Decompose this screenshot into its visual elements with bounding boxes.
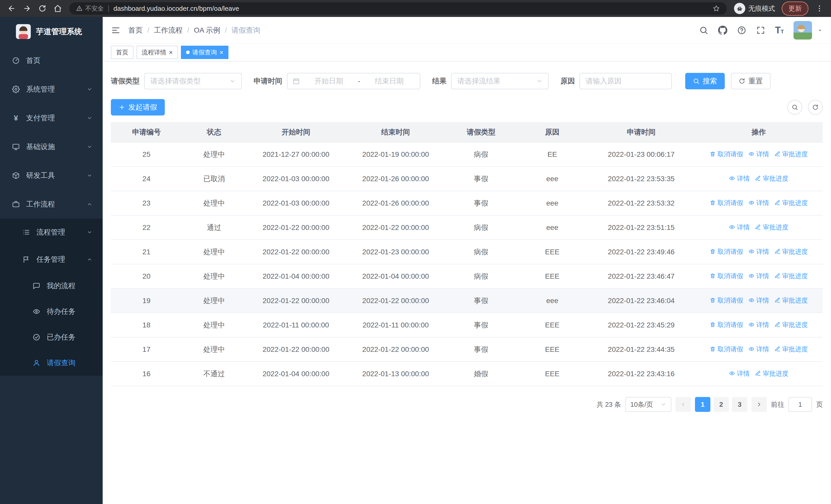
github-icon[interactable] <box>718 26 727 35</box>
cancel-leave-link[interactable]: 取消请假 <box>710 345 743 353</box>
search-button[interactable]: 搜索 <box>685 73 725 89</box>
tab-leave-query[interactable]: 请假查询× <box>181 46 228 59</box>
action-label: 审批进度 <box>782 296 808 305</box>
question-icon[interactable] <box>737 26 746 35</box>
search-icon[interactable] <box>699 26 708 35</box>
approval-progress-link[interactable]: 审批进度 <box>774 321 808 329</box>
fullscreen-icon[interactable] <box>756 26 765 35</box>
prev-page-button[interactable] <box>676 397 691 412</box>
cancel-leave-link[interactable]: 取消请假 <box>710 321 743 329</box>
sidebar-item-my-process[interactable]: 我的流程 <box>0 273 103 299</box>
close-icon[interactable]: × <box>220 49 223 56</box>
forward-icon[interactable] <box>20 2 34 16</box>
reset-button[interactable]: 重置 <box>731 73 770 89</box>
chevron-up-icon <box>87 202 92 207</box>
breadcrumb-item[interactable]: 首页 <box>128 25 143 35</box>
detail-link[interactable]: 详情 <box>748 247 769 256</box>
app-title: 芋道管理系统 <box>36 26 82 37</box>
cell-reason: EE <box>517 142 588 167</box>
approval-progress-link[interactable]: 审批进度 <box>774 150 808 158</box>
sidebar-toggle-icon[interactable] <box>111 25 121 35</box>
detail-link[interactable]: 详情 <box>748 296 769 305</box>
sidebar-item-devtools[interactable]: 研发工具 <box>0 161 103 190</box>
page-button-2[interactable]: 2 <box>713 397 729 412</box>
cancel-leave-link[interactable]: 取消请假 <box>710 296 743 305</box>
sidebar-item-payment[interactable]: ¥支付管理 <box>0 104 103 132</box>
goto-page-input[interactable] <box>789 397 812 412</box>
reload-icon[interactable] <box>35 2 49 16</box>
sidebar-item-workflow[interactable]: 工作流程 <box>0 190 103 219</box>
cancel-leave-link[interactable]: 取消请假 <box>710 247 743 256</box>
approval-progress-link[interactable]: 审批进度 <box>774 296 808 305</box>
browser-menu-icon[interactable] <box>812 2 826 16</box>
cell-start-time: 2022-01-22 00:00:00 <box>246 215 346 240</box>
home-icon[interactable] <box>51 2 65 16</box>
next-page-button[interactable] <box>751 397 767 412</box>
leave-type-select[interactable]: 请选择请假类型 <box>144 73 242 89</box>
avatar-caret-icon[interactable] <box>817 27 823 33</box>
action-label: 详情 <box>737 223 750 232</box>
page-button-3[interactable]: 3 <box>732 397 747 412</box>
table-row: 24已取消2022-01-03 00:00:002022-01-26 00:00… <box>111 167 823 191</box>
column-header: 请假类型 <box>446 122 517 142</box>
page-size-select[interactable]: 10条/页 <box>625 397 671 412</box>
approval-progress-link[interactable]: 审批进度 <box>774 247 808 256</box>
approval-progress-link[interactable]: 审批进度 <box>774 345 808 353</box>
approval-progress-link[interactable]: 审批进度 <box>774 272 808 280</box>
user-icon <box>32 359 41 367</box>
detail-link[interactable]: 详情 <box>729 369 750 378</box>
app-logo[interactable]: 芋道管理系统 <box>0 17 103 46</box>
cancel-leave-link[interactable]: 取消请假 <box>710 199 743 207</box>
back-icon[interactable] <box>5 2 19 16</box>
sidebar-item-infrastructure[interactable]: 基础设施 <box>0 132 103 161</box>
breadcrumb-item[interactable]: 工作流程 <box>154 25 183 35</box>
sidebar-item-leave-query[interactable]: 请假查询 <box>0 350 103 376</box>
approval-progress-link[interactable]: 审批进度 <box>755 223 789 232</box>
detail-link[interactable]: 详情 <box>729 174 750 183</box>
detail-link[interactable]: 详情 <box>748 150 769 158</box>
breadcrumb-item[interactable]: OA 示例 <box>194 25 221 35</box>
sidebar-item-home[interactable]: 首页 <box>0 46 103 75</box>
action-label: 详情 <box>756 345 769 353</box>
sidebar-item-label: 已办任务 <box>47 332 95 342</box>
sidebar-item-process-mgmt[interactable]: 流程管理 <box>0 219 103 246</box>
detail-link[interactable]: 详情 <box>748 199 769 207</box>
sidebar-item-task-mgmt[interactable]: 任务管理 <box>0 246 103 273</box>
detail-link[interactable]: 详情 <box>748 345 769 353</box>
cell-status: 处理中 <box>182 142 246 167</box>
sidebar-item-done-task[interactable]: 已办任务 <box>0 324 103 350</box>
reason-input[interactable] <box>579 73 672 89</box>
apply-time-range[interactable]: 开始日期 - 结束日期 <box>287 73 420 89</box>
approval-progress-link[interactable]: 审批进度 <box>755 369 789 378</box>
cell-leave-type: 婚假 <box>446 362 517 386</box>
cell-start-time: 2022-01-22 00:00:00 <box>246 289 346 313</box>
create-leave-button[interactable]: 发起请假 <box>111 99 165 116</box>
close-icon[interactable]: × <box>169 49 173 56</box>
briefcase-icon <box>11 200 21 208</box>
user-avatar[interactable] <box>794 21 812 39</box>
refresh-table-button[interactable] <box>808 100 823 115</box>
approval-progress-link[interactable]: 审批进度 <box>774 199 808 207</box>
chevron-left-icon <box>680 402 686 408</box>
cancel-leave-link[interactable]: 取消请假 <box>710 272 743 280</box>
detail-link[interactable]: 详情 <box>729 223 750 232</box>
tags-view: 首页流程详情×请假查询× <box>103 43 831 62</box>
address-bar[interactable]: 不安全 dashboard.yudao.iocoder.cn/bpm/oa/le… <box>69 2 727 14</box>
approval-progress-link[interactable]: 审批进度 <box>755 174 789 183</box>
bookmark-star-icon[interactable] <box>712 5 720 12</box>
detail-link[interactable]: 详情 <box>748 321 769 329</box>
result-select[interactable]: 请选择流结果 <box>451 73 549 89</box>
update-button[interactable]: 更新 <box>782 2 808 16</box>
edit-icon <box>774 322 780 328</box>
tab-process-detail[interactable]: 流程详情× <box>137 46 178 59</box>
toggle-search-button[interactable] <box>787 100 802 115</box>
cancel-leave-link[interactable]: 取消请假 <box>710 150 743 158</box>
detail-link[interactable]: 详情 <box>748 272 769 280</box>
font-size-icon[interactable]: TT <box>775 26 784 35</box>
sidebar-item-todo-task[interactable]: 待办任务 <box>0 299 103 324</box>
security-chip[interactable]: 不安全 <box>76 4 104 12</box>
tab-home[interactable]: 首页 <box>111 46 134 59</box>
chevron-down-icon <box>87 115 92 121</box>
sidebar-item-system[interactable]: 系统管理 <box>0 75 103 104</box>
page-button-1[interactable]: 1 <box>695 397 710 412</box>
